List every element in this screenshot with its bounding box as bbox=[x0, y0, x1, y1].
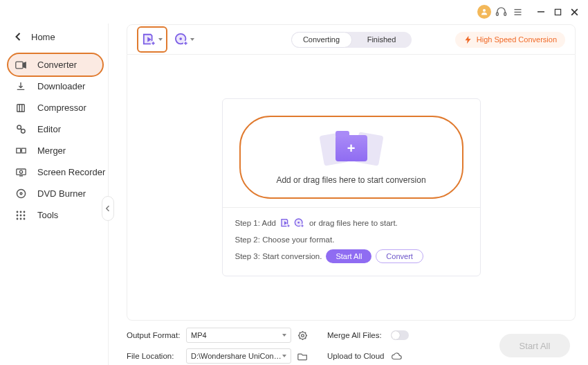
merge-toggle[interactable] bbox=[391, 330, 409, 340]
tab-converting[interactable]: Converting bbox=[291, 32, 352, 48]
start-all-mini-button[interactable]: Start All bbox=[326, 249, 371, 263]
svg-point-26 bbox=[17, 211, 19, 213]
workspace: + Add or drag files here to start conver… bbox=[127, 55, 576, 321]
screen-recorder-icon bbox=[15, 167, 26, 178]
file-location-select[interactable]: D:\Wondershare UniConverter 1 bbox=[186, 348, 291, 364]
svg-point-29 bbox=[17, 214, 19, 216]
sidebar-item-screen-recorder[interactable]: Screen Recorder bbox=[0, 161, 108, 183]
compressor-icon bbox=[15, 103, 26, 114]
convert-mini-button[interactable]: Convert bbox=[376, 249, 423, 263]
sidebar-item-dvd-burner[interactable]: DVD Burner bbox=[0, 183, 108, 204]
dropzone-text: Add or drag files here to start conversi… bbox=[276, 175, 425, 185]
sidebar-item-label: Downloader bbox=[37, 81, 85, 91]
step1-suffix: or drag files here to start. bbox=[309, 219, 398, 227]
menu-icon[interactable] bbox=[509, 3, 526, 20]
dvd-burner-icon bbox=[15, 188, 26, 199]
support-icon[interactable] bbox=[493, 3, 509, 20]
svg-rect-12 bbox=[17, 104, 25, 112]
file-add-mini-icon bbox=[280, 217, 291, 229]
svg-point-30 bbox=[20, 214, 22, 216]
chevron-down-icon bbox=[158, 38, 163, 41]
svg-point-27 bbox=[20, 211, 22, 213]
svg-rect-7 bbox=[555, 9, 560, 15]
output-settings-icon[interactable] bbox=[297, 330, 308, 341]
svg-rect-1 bbox=[496, 12, 498, 15]
sidebar-item-compressor[interactable]: Compressor bbox=[0, 97, 108, 118]
sidebar-item-converter[interactable]: Converter bbox=[8, 54, 102, 75]
high-speed-label: High Speed Conversion bbox=[477, 35, 557, 44]
add-dvd-button[interactable] bbox=[172, 28, 196, 51]
sidebar-item-label: Compressor bbox=[37, 103, 86, 113]
upload-cloud-label: Upload to Cloud bbox=[327, 352, 391, 360]
svg-point-24 bbox=[17, 189, 25, 197]
home-label: Home bbox=[31, 32, 55, 42]
svg-rect-2 bbox=[504, 12, 506, 15]
chevron-down-icon bbox=[190, 38, 194, 41]
high-speed-conversion[interactable]: High Speed Conversion bbox=[455, 32, 565, 48]
svg-marker-44 bbox=[465, 35, 470, 43]
merger-icon bbox=[15, 145, 26, 157]
open-folder-icon[interactable] bbox=[297, 350, 308, 362]
sidebar-item-label: Screen Recorder bbox=[37, 167, 105, 177]
sidebar-item-editor[interactable]: Editor bbox=[0, 118, 108, 140]
start-all-button[interactable]: Start All bbox=[499, 334, 570, 357]
folder-illustration: + bbox=[320, 130, 383, 167]
maximize-button[interactable] bbox=[549, 3, 566, 20]
home-button[interactable]: Home bbox=[0, 26, 108, 47]
output-format-label: Output Format: bbox=[127, 331, 181, 339]
svg-marker-11 bbox=[23, 62, 26, 68]
downloader-icon bbox=[15, 81, 26, 92]
svg-point-40 bbox=[179, 37, 182, 40]
chevron-down-icon bbox=[282, 334, 286, 337]
sidebar-list: Converter Downloader Compressor bbox=[0, 54, 108, 226]
svg-rect-21 bbox=[16, 169, 25, 175]
sidebar-collapse-handle[interactable] bbox=[102, 196, 114, 221]
step3-text: Step 3: Start conversion. bbox=[235, 252, 322, 260]
avatar[interactable] bbox=[476, 3, 493, 20]
sidebar-item-label: Converter bbox=[37, 60, 77, 70]
toolbar: Converting Finished High Speed Conversio… bbox=[127, 24, 576, 55]
sidebar-item-tools[interactable]: Tools bbox=[0, 204, 108, 226]
close-button[interactable] bbox=[566, 3, 582, 20]
svg-rect-19 bbox=[21, 148, 26, 153]
sidebar-item-downloader[interactable]: Downloader bbox=[0, 75, 108, 97]
svg-point-25 bbox=[20, 193, 22, 195]
tools-icon bbox=[15, 210, 26, 221]
lightning-icon bbox=[463, 35, 472, 44]
sidebar-item-merger[interactable]: Merger bbox=[0, 140, 108, 161]
sidebar: Home Converter Downloader bbox=[0, 24, 109, 365]
merge-all-label: Merge All Files: bbox=[327, 331, 391, 339]
svg-point-55 bbox=[301, 334, 304, 337]
svg-rect-10 bbox=[16, 62, 23, 69]
svg-point-32 bbox=[17, 217, 19, 220]
svg-point-28 bbox=[24, 211, 26, 213]
drop-card: + Add or drag files here to start conver… bbox=[222, 98, 481, 276]
svg-point-50 bbox=[297, 222, 300, 224]
svg-point-33 bbox=[20, 217, 22, 220]
sidebar-item-label: DVD Burner bbox=[37, 188, 86, 199]
editor-icon bbox=[15, 124, 26, 135]
add-file-button[interactable] bbox=[137, 26, 167, 53]
sidebar-item-label: Editor bbox=[37, 124, 61, 134]
cloud-icon[interactable] bbox=[391, 350, 402, 362]
sidebar-item-label: Tools bbox=[37, 210, 58, 220]
status-tabs: Converting Finished bbox=[291, 32, 412, 48]
step1-prefix: Step 1: Add bbox=[235, 219, 276, 227]
instructions: Step 1: Add or drag files here to start.… bbox=[223, 207, 480, 276]
tab-finished[interactable]: Finished bbox=[352, 32, 412, 48]
chevron-down-icon bbox=[282, 355, 286, 357]
svg-point-22 bbox=[19, 170, 22, 173]
svg-point-31 bbox=[24, 214, 26, 216]
file-location-label: File Location: bbox=[127, 352, 181, 360]
minimize-button[interactable] bbox=[533, 3, 549, 20]
dropzone[interactable]: + Add or drag files here to start conver… bbox=[239, 116, 463, 199]
sidebar-item-label: Merger bbox=[37, 145, 66, 156]
step2-text: Step 2: Choose your format. bbox=[235, 235, 335, 244]
svg-rect-18 bbox=[16, 148, 20, 153]
svg-point-0 bbox=[483, 9, 486, 12]
bottom-bar: Output Format: MP4 File Location: D:\Won… bbox=[109, 321, 588, 365]
svg-line-17 bbox=[20, 129, 21, 130]
output-format-select[interactable]: MP4 bbox=[186, 328, 291, 343]
dvd-add-mini-icon bbox=[294, 217, 305, 229]
converter-icon bbox=[15, 60, 26, 71]
